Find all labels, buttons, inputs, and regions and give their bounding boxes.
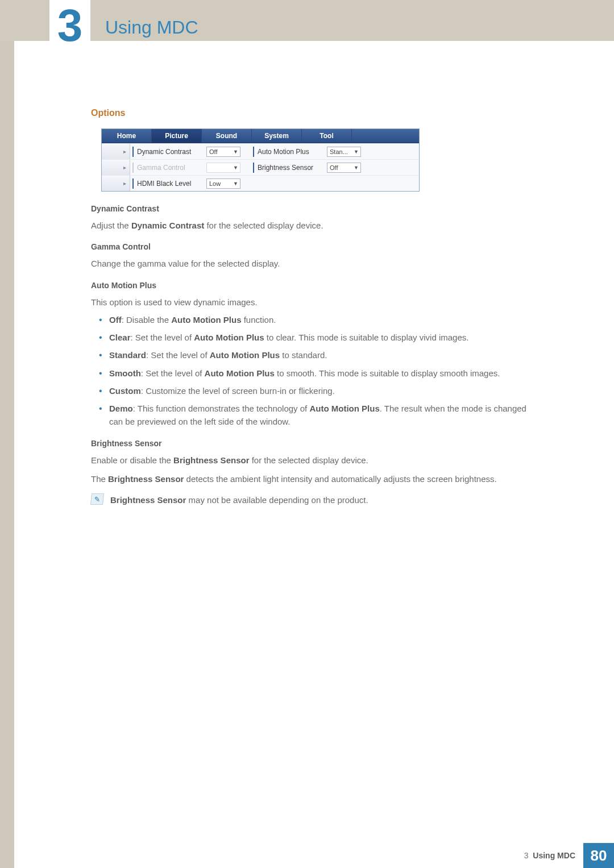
- text: may not be available depending on the pr…: [186, 495, 368, 505]
- para-brightness-1: Enable or disable the Brightness Sensor …: [91, 454, 534, 467]
- label-brightness-sensor: Brightness Sensor: [253, 163, 327, 173]
- text-bold: Auto Motion Plus: [205, 368, 275, 378]
- text-bold: Standard: [109, 350, 146, 360]
- text: : Set the level of: [141, 368, 205, 378]
- text: The: [91, 474, 108, 484]
- note-text: Brightness Sensor may not be available d…: [110, 493, 368, 506]
- note-row: ✎ Brightness Sensor may not be available…: [91, 493, 534, 506]
- text-bold: Clear: [109, 333, 131, 342]
- text-bold: Auto Motion Plus: [210, 350, 280, 360]
- label-gamma-control: Gamma Control: [132, 163, 206, 173]
- row-expand-handle[interactable]: ▸: [102, 144, 130, 159]
- text: : Set the level of: [146, 350, 210, 360]
- select-value: Stan...: [330, 148, 348, 155]
- text: to clear. This mode is suitable to displ…: [264, 333, 469, 342]
- options-row: ▸ Dynamic Contrast Off▼ Auto Motion Plus…: [102, 143, 419, 159]
- text: : Disable the: [122, 315, 172, 325]
- para-gamma-control: Change the gamma value for the selected …: [91, 257, 534, 270]
- text: for the selected display device.: [204, 221, 323, 230]
- text-bold: Auto Motion Plus: [309, 404, 379, 413]
- label-hdmi-black-level: HDMI Black Level: [132, 178, 206, 189]
- heading-auto-motion-plus: Auto Motion Plus: [91, 281, 534, 290]
- footer-chapter-label: 3 Using MDC: [524, 843, 583, 868]
- select-gamma-control: ▼: [206, 163, 240, 173]
- para-brightness-2: The Brightness Sensor detects the ambien…: [91, 472, 534, 485]
- tab-sound[interactable]: Sound: [202, 129, 252, 143]
- page-footer: 3 Using MDC 80: [0, 843, 614, 868]
- chevron-down-icon: ▼: [233, 181, 238, 186]
- text: Adjust the: [91, 221, 131, 230]
- list-item: Standard: Set the level of Auto Motion P…: [91, 348, 534, 362]
- options-body: ▸ Dynamic Contrast Off▼ Auto Motion Plus…: [102, 143, 419, 191]
- tab-picture[interactable]: Picture: [152, 129, 202, 143]
- label-auto-motion-plus: Auto Motion Plus: [253, 147, 327, 157]
- label-dynamic-contrast: Dynamic Contrast: [132, 147, 206, 157]
- select-value: Off: [330, 164, 338, 171]
- text-bold: Brightness Sensor: [173, 455, 249, 465]
- chapter-badge: 3: [49, 0, 90, 54]
- text: : This function demonstrates the technol…: [133, 404, 310, 413]
- text-bold: Auto Motion Plus: [171, 315, 241, 325]
- text-bold: Dynamic Contrast: [131, 221, 204, 230]
- select-value: Low: [209, 180, 221, 187]
- chevron-down-icon: ▼: [354, 165, 359, 171]
- para-amp-intro: This option is used to view dynamic imag…: [91, 296, 534, 309]
- page-number: 80: [583, 843, 614, 868]
- row-expand-handle[interactable]: ▸: [102, 160, 130, 175]
- footer-chapter-num: 3: [524, 851, 529, 860]
- text-bold: Demo: [109, 404, 133, 413]
- note-icon: ✎: [90, 493, 104, 505]
- heading-brightness-sensor: Brightness Sensor: [91, 439, 534, 448]
- heading-dynamic-contrast: Dynamic Contrast: [91, 204, 534, 213]
- text-bold: Off: [109, 315, 122, 325]
- text: for the selected display device.: [249, 455, 368, 465]
- section-heading-options: Options: [91, 108, 534, 118]
- text: Enable or disable the: [91, 455, 173, 465]
- select-brightness-sensor[interactable]: Off▼: [327, 163, 361, 173]
- tab-home[interactable]: Home: [102, 129, 152, 143]
- text-bold: Custom: [109, 386, 141, 396]
- amp-option-list: Off: Disable the Auto Motion Plus functi…: [91, 313, 534, 429]
- text-bold: Smooth: [109, 368, 141, 378]
- text: to smooth. This mode is suitable to disp…: [275, 368, 500, 378]
- text: : Customize the level of screen burn-in …: [141, 386, 335, 396]
- text-bold: Brightness Sensor: [110, 495, 186, 505]
- text: detects the ambient light intensity and …: [184, 474, 496, 484]
- text: : Set the level of: [131, 333, 194, 342]
- footer-chapter-title: Using MDC: [533, 851, 575, 860]
- chevron-down-icon: ▼: [233, 165, 238, 171]
- chevron-down-icon: ▼: [354, 149, 359, 155]
- content-area: Options Home Picture Sound System Tool ▸…: [91, 108, 534, 506]
- options-row: ▸ Gamma Control ▼ Brightness Sensor Off▼: [102, 159, 419, 175]
- select-value: Off: [209, 148, 217, 155]
- text-bold: Brightness Sensor: [108, 474, 184, 484]
- list-item: Off: Disable the Auto Motion Plus functi…: [91, 313, 534, 326]
- tab-system[interactable]: System: [252, 129, 302, 143]
- list-item: Custom: Customize the level of screen bu…: [91, 384, 534, 397]
- tab-bar-fill: [352, 129, 419, 143]
- select-auto-motion-plus[interactable]: Stan...▼: [327, 147, 361, 157]
- row-expand-handle[interactable]: ▸: [102, 176, 130, 191]
- options-row: ▸ HDMI Black Level Low▼: [102, 175, 419, 191]
- list-item: Demo: This function demonstrates the tec…: [91, 402, 534, 429]
- tab-bar: Home Picture Sound System Tool: [102, 129, 419, 143]
- para-dynamic-contrast: Adjust the Dynamic Contrast for the sele…: [91, 219, 534, 232]
- select-hdmi-black-level[interactable]: Low▼: [206, 178, 240, 189]
- heading-gamma-control: Gamma Control: [91, 242, 534, 251]
- list-item: Clear: Set the level of Auto Motion Plus…: [91, 331, 534, 344]
- options-panel: Home Picture Sound System Tool ▸ Dynamic…: [101, 128, 420, 192]
- chapter-title: Using MDC: [105, 17, 198, 38]
- list-item: Smooth: Set the level of Auto Motion Plu…: [91, 367, 534, 380]
- chevron-down-icon: ▼: [233, 149, 238, 155]
- header-bar: [0, 0, 614, 41]
- left-margin-strip: [0, 0, 14, 868]
- chapter-number: 3: [57, 3, 83, 48]
- text: to standard.: [280, 350, 327, 360]
- tab-tool[interactable]: Tool: [302, 129, 352, 143]
- text-bold: Auto Motion Plus: [194, 333, 264, 342]
- text: function.: [242, 315, 276, 325]
- select-dynamic-contrast[interactable]: Off▼: [206, 147, 240, 157]
